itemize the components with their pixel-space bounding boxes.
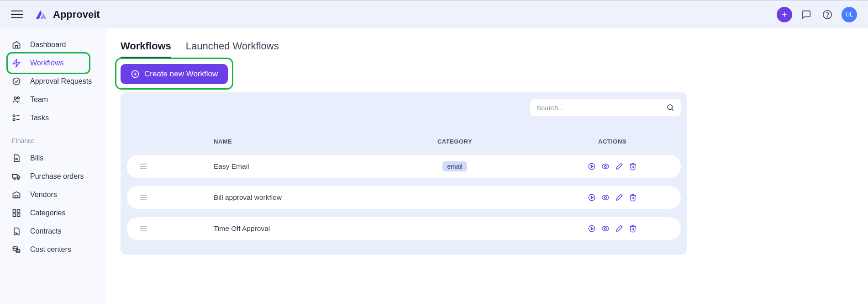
play-button[interactable] <box>587 161 597 171</box>
view-button[interactable] <box>600 161 610 171</box>
list-check-icon <box>12 113 21 123</box>
svg-rect-20 <box>13 214 16 217</box>
row-actions <box>553 192 672 203</box>
truck-icon <box>12 172 21 181</box>
play-button[interactable] <box>587 192 597 203</box>
edit-button[interactable] <box>614 192 624 203</box>
svg-point-40 <box>605 197 607 199</box>
sidebar-item-label: Cost centers <box>30 245 71 254</box>
sidebar-item-tasks[interactable]: Tasks <box>0 109 106 127</box>
menu-toggle-button[interactable] <box>11 9 23 21</box>
sidebar-item-bills[interactable]: Bills <box>0 149 106 167</box>
svg-point-22 <box>13 246 18 249</box>
svg-rect-21 <box>17 214 20 217</box>
sidebar-item-purchase-orders[interactable]: Purchase orders <box>0 167 106 186</box>
workflow-name: Time Off Approval <box>214 224 357 233</box>
help-button[interactable] <box>821 8 834 21</box>
sidebar-item-workflows[interactable]: Workflows <box>0 54 106 72</box>
search-icon <box>666 103 674 112</box>
svg-marker-33 <box>591 165 594 168</box>
sidebar-item-vendors[interactable]: Vendors <box>0 186 106 204</box>
drag-handle[interactable] <box>136 163 214 170</box>
sidebar-item-label: Tasks <box>30 114 49 122</box>
sidebar-item-approval-requests[interactable]: Approval Requests <box>0 72 106 91</box>
blank-right-pane <box>702 28 868 304</box>
logo-icon <box>34 7 48 22</box>
view-button[interactable] <box>600 224 610 234</box>
grid-icon <box>12 208 21 218</box>
create-workflow-label: Create new Workflow <box>144 69 218 79</box>
svg-point-5 <box>13 78 20 85</box>
quick-create-button[interactable] <box>777 7 792 22</box>
file-signature-icon <box>12 227 21 236</box>
delete-button[interactable] <box>628 192 638 203</box>
table-header: NAME CATEGORY ACTIONS <box>127 123 681 155</box>
users-icon <box>12 95 21 104</box>
sidebar-item-label: Bills <box>30 154 43 162</box>
edit-button[interactable] <box>614 224 624 234</box>
search-box <box>530 99 681 116</box>
sidebar-item-dashboard[interactable]: Dashboard <box>0 36 106 54</box>
column-actions: ACTIONS <box>553 138 672 145</box>
column-category: CATEGORY <box>357 138 553 145</box>
sidebar-item-label: Categories <box>30 209 65 217</box>
delete-button[interactable] <box>628 224 638 234</box>
view-button[interactable] <box>600 192 610 203</box>
sidebar-item-contracts[interactable]: Contracts <box>0 222 106 240</box>
svg-rect-9 <box>13 119 15 121</box>
sidebar-section-finance: Finance <box>0 127 106 149</box>
tab-launched-workflows[interactable]: Launched Workflows <box>186 37 279 58</box>
zap-icon <box>12 59 21 68</box>
topbar-actions: UL <box>777 7 857 22</box>
workflow-name: Easy Email <box>214 162 357 171</box>
svg-point-7 <box>17 97 19 99</box>
sidebar-item-label: Purchase orders <box>30 172 84 181</box>
row-actions <box>553 224 672 234</box>
svg-rect-18 <box>13 210 16 213</box>
create-workflow-button[interactable]: Create new Workflow <box>121 64 228 84</box>
main-content: Workflows Launched Workflows Create new … <box>106 28 702 304</box>
file-text-icon <box>12 154 21 163</box>
app-logo[interactable]: Approveit <box>34 7 100 22</box>
sidebar-item-label: Approval Requests <box>30 77 92 85</box>
messages-button[interactable] <box>800 8 813 21</box>
table-row: Bill approval workflow <box>127 186 681 209</box>
sidebar-item-categories[interactable]: Categories <box>0 204 106 222</box>
coins-icon <box>12 245 21 254</box>
row-actions <box>553 161 672 171</box>
svg-point-3 <box>827 16 827 17</box>
search-input[interactable] <box>537 104 661 112</box>
svg-point-27 <box>668 105 673 110</box>
workflows-panel: NAME CATEGORY ACTIONS Easy Email email <box>121 92 687 255</box>
user-avatar[interactable]: UL <box>842 7 857 22</box>
svg-rect-14 <box>13 175 17 178</box>
edit-button[interactable] <box>614 161 624 171</box>
plus-circle-icon <box>131 69 140 79</box>
drag-handle[interactable] <box>136 225 214 232</box>
drag-handle[interactable] <box>136 194 214 201</box>
sidebar-item-cost-centers[interactable]: Cost centers <box>0 240 106 259</box>
sidebar-item-label: Contracts <box>30 227 61 235</box>
message-square-icon <box>801 10 811 20</box>
svg-point-16 <box>18 178 19 179</box>
svg-rect-17 <box>15 195 18 198</box>
column-name: NAME <box>214 138 357 145</box>
plus-icon <box>781 11 788 18</box>
sidebar-item-team[interactable]: Team <box>0 91 106 109</box>
delete-button[interactable] <box>628 161 638 171</box>
sidebar-item-label: Dashboard <box>30 41 66 49</box>
play-button[interactable] <box>587 224 597 234</box>
sidebar-item-label: Team <box>30 96 48 104</box>
svg-line-28 <box>672 109 673 110</box>
warehouse-icon <box>12 190 21 199</box>
tab-workflows[interactable]: Workflows <box>121 37 171 58</box>
sidebar: Dashboard Workflows Approval Requests Te… <box>0 28 106 304</box>
top-bar: Approveit UL <box>0 0 868 28</box>
help-circle-icon <box>822 10 832 20</box>
svg-point-34 <box>605 165 607 168</box>
workflow-name: Bill approval workflow <box>214 193 357 202</box>
sidebar-item-label: Vendors <box>30 191 57 199</box>
category-badge: email <box>442 161 467 171</box>
svg-rect-8 <box>13 115 15 117</box>
svg-point-46 <box>605 228 607 230</box>
